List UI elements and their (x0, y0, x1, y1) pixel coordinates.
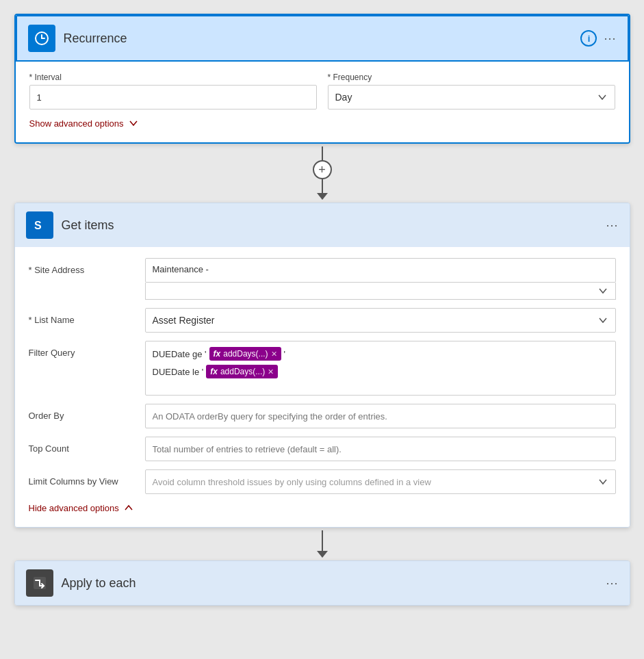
order-by-label: Order By (29, 404, 145, 421)
interval-group: * Interval (29, 73, 317, 109)
recurrence-title: Recurrence (64, 31, 581, 46)
applyeach-more-button[interactable]: ··· (606, 576, 618, 591)
fx-badge-2[interactable]: fx addDays(...) ✕ (206, 365, 278, 378)
recurrence-header: Recurrence i ··· (16, 15, 629, 62)
getitems-more-button[interactable]: ··· (606, 218, 618, 233)
getitems-actions: ··· (606, 218, 618, 233)
getitems-header: S Get items ··· (15, 203, 630, 247)
connector-line-2 (322, 530, 323, 551)
filter-line-1: DUEDate ge ' fx addDays(...) ✕ ' (153, 347, 608, 361)
recurrence-card: Recurrence i ··· * Interval * Frequency … (14, 14, 630, 144)
connector-1: + (313, 146, 332, 200)
site-address-value[interactable]: Maintenance - (145, 258, 616, 283)
connector-2 (317, 530, 328, 558)
hide-advanced-chevron-icon (123, 502, 134, 513)
recurrence-info-button[interactable]: i (580, 30, 597, 47)
site-address-row: * Site Address Maintenance - (29, 258, 616, 300)
hide-advanced-label: Hide advanced options (29, 503, 119, 513)
getitems-card: S Get items ··· * Site Address Maintenan… (14, 203, 630, 528)
interval-label: * Interval (29, 73, 317, 82)
filter-query-row: Filter Query DUEDate ge ' fx addDays(...… (29, 341, 616, 396)
list-name-row: * List Name Asset Register (29, 308, 616, 333)
site-address-control: Maintenance - (145, 258, 616, 300)
top-count-input[interactable] (145, 437, 616, 461)
connector-line-bottom-1 (322, 179, 323, 193)
loop-icon (26, 569, 53, 597)
getitems-body: * Site Address Maintenance - * List Name… (15, 247, 630, 527)
applyeach-title: Apply to each (62, 576, 606, 591)
list-name-chevron-icon (597, 315, 608, 326)
frequency-group: * Frequency Day (328, 73, 615, 109)
fx-close-2[interactable]: ✕ (268, 367, 274, 376)
limit-columns-label: Limit Columns by View (29, 469, 145, 487)
fx-close-1[interactable]: ✕ (271, 350, 277, 359)
loop-svg (32, 576, 47, 591)
order-by-row: Order By (29, 404, 616, 428)
filter-line1-suffix: ' (284, 349, 285, 359)
frequency-dropdown[interactable]: Day (328, 85, 615, 109)
sharepoint-icon: S (26, 211, 53, 239)
fx-label-1: addDays(...) (223, 349, 268, 359)
recurrence-fields: * Interval * Frequency Day (29, 73, 615, 109)
filter-line2-prefix: DUEDate le ' (153, 367, 204, 377)
frequency-chevron-icon (597, 92, 608, 103)
interval-input[interactable] (29, 85, 317, 109)
frequency-value: Day (335, 92, 352, 103)
top-count-row: Top Count (29, 437, 616, 461)
filter-query-label: Filter Query (29, 341, 145, 358)
show-advanced-chevron-icon (128, 118, 139, 129)
show-advanced-toggle[interactable]: Show advanced options (29, 118, 615, 129)
connector-arrow-1 (317, 193, 328, 200)
limit-columns-placeholder: Avoid column threshold issues by only us… (153, 477, 431, 487)
applyeach-card: Apply to each ··· (14, 560, 630, 606)
recurrence-icon (28, 25, 55, 52)
limit-columns-chevron-icon (597, 476, 608, 487)
recurrence-more-button[interactable]: ··· (604, 31, 616, 46)
add-step-button-1[interactable]: + (313, 160, 332, 179)
top-count-label: Top Count (29, 437, 145, 454)
filter-line-2: DUEDate le ' fx addDays(...) ✕ (153, 365, 608, 378)
list-name-label: * List Name (29, 308, 145, 325)
list-name-value: Asset Register (153, 315, 215, 326)
clock-svg (34, 30, 50, 47)
recurrence-actions: i ··· (580, 30, 616, 47)
list-name-dropdown[interactable]: Asset Register (145, 308, 616, 333)
fx-icon-2: fx (210, 367, 218, 376)
flow-container: Recurrence i ··· * Interval * Frequency … (14, 14, 630, 606)
order-by-input[interactable] (145, 404, 616, 428)
limit-columns-row: Limit Columns by View Avoid column thres… (29, 469, 616, 494)
show-advanced-label: Show advanced options (29, 118, 124, 129)
recurrence-body: * Interval * Frequency Day Show advanced… (16, 62, 629, 142)
filter-query-box[interactable]: DUEDate ge ' fx addDays(...) ✕ ' DUEDate… (145, 341, 616, 396)
applyeach-actions: ··· (606, 576, 618, 591)
sharepoint-svg: S (31, 217, 48, 233)
getitems-title: Get items (62, 218, 606, 233)
fx-label-2: addDays(...) (220, 367, 265, 376)
connector-arrow-2 (317, 551, 328, 558)
limit-columns-dropdown[interactable]: Avoid column threshold issues by only us… (145, 469, 616, 494)
site-address-chevron-icon (597, 285, 608, 296)
svg-text:S: S (34, 220, 42, 231)
fx-badge-1[interactable]: fx addDays(...) ✕ (209, 347, 281, 361)
fx-icon-1: fx (214, 349, 221, 359)
site-address-dropdown-row (145, 283, 616, 300)
applyeach-header: Apply to each ··· (15, 561, 630, 605)
hide-advanced-toggle[interactable]: Hide advanced options (29, 502, 616, 513)
frequency-label: * Frequency (328, 73, 615, 82)
connector-line-top-1 (322, 146, 323, 160)
site-address-label: * Site Address (29, 258, 145, 275)
filter-line1-prefix: DUEDate ge ' (153, 349, 207, 359)
